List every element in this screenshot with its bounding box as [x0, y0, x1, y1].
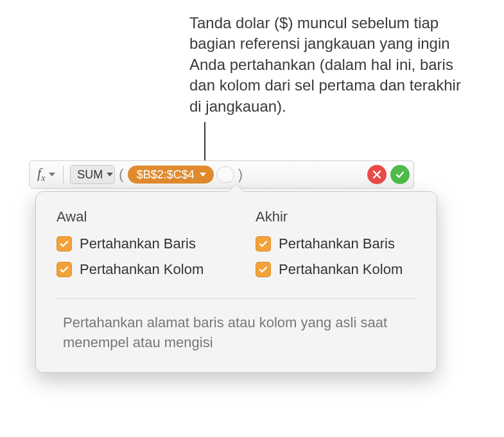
end-heading: Akhir	[256, 209, 416, 225]
fx-dropdown-button[interactable]: fx	[33, 164, 59, 185]
chevron-down-icon	[49, 171, 55, 178]
accept-button[interactable]	[390, 165, 410, 184]
range-reference-pill[interactable]: $B$2:$C$4	[128, 166, 214, 184]
x-icon	[372, 169, 382, 180]
reference-options-popover: Awal Pertahankan Baris Pertahankan Kolom…	[35, 191, 437, 373]
checkbox-checked-icon	[56, 262, 72, 277]
chevron-down-icon	[200, 173, 206, 176]
open-paren: (	[117, 166, 125, 183]
empty-argument-slot[interactable]	[216, 166, 234, 183]
check-icon	[395, 169, 405, 180]
end-preserve-col[interactable]: Pertahankan Kolom	[256, 261, 416, 278]
end-preserve-row[interactable]: Pertahankan Baris	[256, 236, 416, 252]
start-column: Awal Pertahankan Baris Pertahankan Kolom	[56, 209, 217, 287]
fx-label: fx	[37, 165, 45, 184]
annotation-text: Tanda dolar ($) muncul sebelum tiap bagi…	[189, 13, 472, 117]
checkbox-checked-icon	[256, 262, 271, 277]
cancel-button[interactable]	[367, 165, 387, 184]
end-column: Akhir Pertahankan Baris Pertahankan Kolo…	[256, 209, 416, 287]
checkbox-label: Pertahankan Kolom	[80, 261, 204, 278]
close-paren: )	[237, 166, 244, 183]
start-preserve-row[interactable]: Pertahankan Baris	[56, 236, 217, 252]
checkbox-label: Pertahankan Baris	[80, 236, 196, 252]
checkbox-label: Pertahankan Kolom	[279, 261, 403, 278]
function-name-label: SUM	[77, 168, 103, 182]
start-preserve-col[interactable]: Pertahankan Kolom	[56, 261, 217, 278]
function-token[interactable]: SUM	[70, 165, 115, 184]
checkbox-checked-icon	[256, 236, 271, 252]
divider	[63, 166, 64, 184]
checkbox-label: Pertahankan Baris	[279, 236, 395, 252]
chevron-down-icon	[107, 173, 113, 176]
formula-input[interactable]: SUM ( $B$2:$C$4 )	[67, 165, 363, 184]
range-reference-label: $B$2:$C$4	[137, 168, 195, 182]
start-heading: Awal	[56, 209, 217, 225]
checkbox-checked-icon	[56, 236, 72, 252]
formula-bar: fx SUM ( $B$2:$C$4 )	[29, 160, 414, 189]
divider	[56, 298, 416, 299]
help-text: Pertahankan alamat baris atau kolom yang…	[56, 313, 416, 353]
